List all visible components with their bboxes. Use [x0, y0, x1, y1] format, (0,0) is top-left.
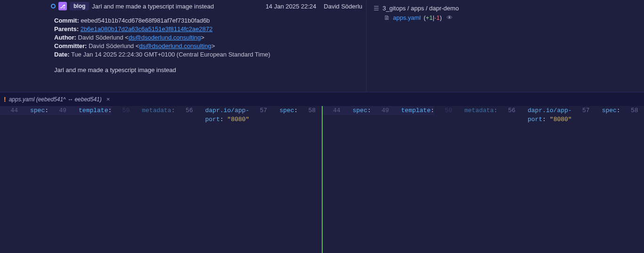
- diff-marker: [456, 106, 463, 115]
- folder-icon: ☰: [373, 5, 380, 12]
- code-line[interactable]: 56 dapr.io/app-port: "8080": [497, 106, 572, 115]
- code-content: spec:: [277, 106, 298, 115]
- tree-file-row[interactable]: 🗎 apps.yaml (+1|-1) 👁: [373, 14, 637, 21]
- parent-hash-link[interactable]: 2b6e1a080b17d2a63c6a5151e3f8114fc2ae2872: [81, 25, 213, 33]
- diff-stat: (+1|-1): [424, 14, 441, 21]
- commit-hash[interactable]: eebed541b1b74cd678e68f981af7ef731b0fad6b: [81, 17, 210, 24]
- line-number: 50: [434, 106, 456, 115]
- changed-files-tree: ☰ 3_gitops / apps / dapr-demo 🗎 apps.yam…: [366, 0, 644, 92]
- diff-pane-right[interactable]: 44spec:49 template:50 metadata:56 dapr.i…: [323, 106, 644, 253]
- line-number: 58: [298, 106, 319, 115]
- line-number: 50: [112, 106, 133, 115]
- line-number: 44: [323, 106, 344, 115]
- diff-tab-bar: ! apps.yaml (eebed541^ ↔ eebed541) ×: [0, 92, 644, 106]
- diff-marker: [642, 106, 644, 115]
- diff-marker: [197, 106, 204, 115]
- code-content: dapr.io/app-port: "8080": [526, 106, 572, 115]
- diff-marker: [594, 106, 600, 115]
- code-line[interactable]: 44spec:: [0, 106, 49, 115]
- diff-area: 44spec:49 template:50 metadata:56 dapr.i…: [0, 106, 644, 253]
- committer-label: Committer:: [54, 42, 87, 49]
- code-content: spec:: [600, 106, 620, 115]
- date-label: Date:: [54, 51, 70, 58]
- commit-info: ⎇ blog Jarl and me made a typescript ima…: [0, 0, 366, 92]
- commit-label: Commit:: [54, 17, 79, 24]
- line-number: 56: [175, 106, 197, 115]
- diff-marker: [393, 106, 399, 115]
- code-line[interactable]: 49 template:: [371, 106, 434, 115]
- line-number: 56: [497, 106, 519, 115]
- commit-body: Commit: eebed541b1b74cd678e68f981af7ef73…: [0, 12, 366, 78]
- graph-node-icon: [51, 4, 56, 8]
- branch-icon: ⎇: [58, 2, 67, 10]
- author-email-link[interactable]: ds@dsoderlund.consulting: [129, 34, 201, 41]
- commit-subject: Jarl and me made a typescript image inst…: [92, 3, 214, 10]
- line-number: 58: [620, 106, 642, 115]
- code-content: metadata:: [140, 106, 175, 115]
- code-line[interactable]: 58 containers:: [298, 106, 322, 115]
- line-number: 44: [0, 106, 22, 115]
- committer-email-link[interactable]: ds@dsoderlund.consulting: [139, 42, 211, 49]
- code-line[interactable]: 44spec:: [323, 106, 371, 115]
- line-number: 49: [371, 106, 393, 115]
- branch-badge[interactable]: blog: [70, 2, 89, 10]
- author-label: Author:: [54, 34, 76, 41]
- tree-filename: apps.yaml: [393, 14, 421, 21]
- diff-marker: [344, 106, 351, 115]
- code-content: spec:: [351, 106, 371, 115]
- diff-marker: [70, 106, 77, 115]
- commit-date-short: 14 Jan 2025 22:24: [266, 3, 317, 10]
- code-content: template:: [77, 106, 112, 115]
- line-number: 57: [572, 106, 594, 115]
- code-line[interactable]: 56 dapr.io/app-port: "8080": [175, 106, 250, 115]
- commit-detail-panel: ⎇ blog Jarl and me made a typescript ima…: [0, 0, 644, 92]
- committer-name: David Söderlund <: [89, 42, 139, 49]
- commit-header: ⎇ blog Jarl and me made a typescript ima…: [0, 0, 366, 12]
- deletions: -1: [434, 14, 440, 21]
- diff-marker: [22, 106, 28, 115]
- code-content: template:: [399, 106, 434, 115]
- code-line[interactable]: 58 containers:: [620, 106, 644, 115]
- diff-tab-label[interactable]: apps.yaml (eebed541^ ↔ eebed541): [9, 96, 102, 103]
- commit-user: David Söderlu: [324, 3, 362, 10]
- commit-date-full: Tue Jan 14 2025 22:24:30 GMT+0100 (Centr…: [71, 51, 270, 58]
- code-line[interactable]: 57 spec:: [249, 106, 298, 115]
- line-number: 57: [249, 106, 271, 115]
- parents-label: Parents:: [54, 25, 79, 33]
- tree-folder-row[interactable]: ☰ 3_gitops / apps / dapr-demo: [373, 5, 637, 12]
- code-line[interactable]: 57 spec:: [572, 106, 620, 115]
- close-icon[interactable]: ×: [106, 96, 110, 103]
- additions: +1: [426, 14, 433, 21]
- code-content: metadata:: [463, 106, 497, 115]
- code-line[interactable]: 50 metadata:: [112, 106, 175, 115]
- diff-marker: [271, 106, 277, 115]
- eye-icon[interactable]: 👁: [447, 14, 453, 21]
- code-line[interactable]: 50 metadata:: [434, 106, 497, 115]
- author-name: David Söderlund <: [78, 34, 129, 41]
- code-line[interactable]: 49 template:: [49, 106, 112, 115]
- code-content: spec:: [28, 106, 49, 115]
- diff-pane-left[interactable]: 44spec:49 template:50 metadata:56 dapr.i…: [0, 106, 323, 253]
- diff-marker: [133, 106, 140, 115]
- diff-marker: [519, 106, 526, 115]
- code-content: dapr.io/app-port: "8080": [204, 106, 250, 115]
- line-number: 49: [49, 106, 70, 115]
- tree-path: 3_gitops / apps / dapr-demo: [383, 5, 459, 12]
- modified-icon: !: [4, 96, 6, 103]
- commit-message: Jarl and me made a typescript image inst…: [54, 66, 357, 73]
- file-icon: 🗎: [383, 14, 390, 21]
